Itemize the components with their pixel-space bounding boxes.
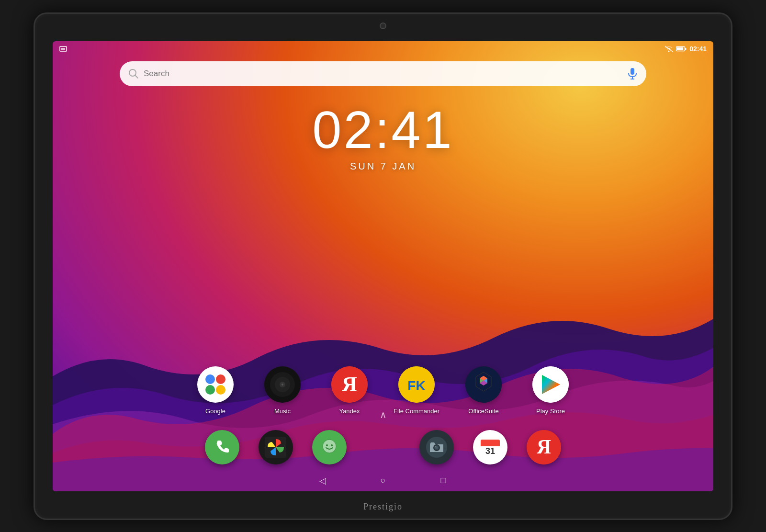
app-play-store[interactable]: Play Store — [529, 366, 572, 415]
svg-point-32 — [331, 444, 333, 446]
screenshot-icon — [59, 46, 67, 52]
app-file-commander[interactable]: FK File Commander — [395, 366, 438, 415]
svg-point-12 — [205, 374, 215, 384]
clock-date: SUN 7 JAN — [312, 161, 453, 172]
status-bar: 02:41 — [53, 41, 713, 57]
wifi-off-icon — [665, 45, 673, 52]
svg-point-14 — [205, 385, 215, 395]
clock-time: 02:41 — [312, 103, 453, 156]
app-officesuite[interactable]: OfficeSuite — [462, 366, 505, 415]
svg-rect-1 — [61, 48, 65, 50]
app-drawer-hint[interactable]: ∧ — [380, 409, 387, 420]
svg-point-15 — [216, 385, 225, 395]
svg-point-20 — [282, 384, 283, 385]
svg-line-8 — [135, 75, 138, 78]
battery-icon — [676, 46, 687, 52]
dock-calendar[interactable]: 31 — [473, 430, 507, 464]
officesuite-icon — [465, 366, 502, 403]
recent-button[interactable]: □ — [435, 474, 452, 487]
nav-bar: ◁ ○ □ — [314, 474, 452, 487]
brand-label: Prestigio — [363, 502, 403, 512]
app-grid: Google Music — [194, 366, 572, 415]
app-yandex[interactable]: Я Yandex — [328, 366, 371, 415]
app-music[interactable]: Music — [261, 366, 304, 415]
play-store-label: Play Store — [536, 407, 565, 415]
tablet-device: 02:41 02:41 SUN 7 JAN — [34, 12, 732, 520]
search-icon — [128, 68, 139, 79]
svg-point-37 — [435, 446, 436, 447]
dock-photos[interactable] — [259, 430, 293, 464]
svg-point-13 — [216, 374, 225, 384]
officesuite-label: OfficeSuite — [468, 407, 498, 415]
home-button[interactable]: ○ — [374, 474, 392, 487]
calendar-icon: 31 — [473, 430, 507, 464]
svg-text:FK: FK — [407, 378, 425, 393]
dock-phone[interactable] — [205, 430, 239, 464]
status-time: 02:41 — [689, 45, 707, 53]
yandex-browser-icon: Я — [527, 430, 561, 464]
yandex-icon: Я — [331, 366, 368, 403]
messenger-icon — [312, 430, 347, 464]
status-right: 02:41 — [665, 45, 707, 53]
search-input[interactable] — [144, 69, 622, 79]
search-bar[interactable] — [120, 61, 646, 86]
svg-point-31 — [326, 444, 328, 446]
photos-icon — [259, 430, 293, 464]
file-commander-icon: FK — [398, 366, 435, 403]
svg-text:31: 31 — [485, 446, 495, 456]
status-left — [59, 46, 67, 52]
svg-rect-6 — [677, 47, 683, 50]
music-label: Music — [274, 407, 291, 415]
mic-icon — [627, 67, 638, 80]
app-google[interactable]: Google — [194, 366, 237, 415]
dock-camera[interactable] — [419, 430, 454, 464]
svg-text:Я: Я — [342, 373, 357, 396]
svg-text:Я: Я — [537, 436, 551, 458]
phone-icon — [205, 430, 239, 464]
music-icon — [264, 366, 301, 403]
play-store-icon — [532, 366, 569, 403]
tablet-screen: 02:41 02:41 SUN 7 JAN — [53, 41, 713, 491]
dock-yandex-browser[interactable]: Я — [527, 430, 561, 464]
back-button[interactable]: ◁ — [314, 474, 331, 487]
dock-messenger[interactable] — [312, 430, 347, 464]
yandex-label: Yandex — [339, 407, 360, 415]
svg-rect-5 — [685, 48, 687, 50]
svg-rect-9 — [631, 68, 634, 75]
dock: 31 Я — [205, 430, 561, 464]
google-label: Google — [205, 407, 225, 415]
clock-widget: 02:41 SUN 7 JAN — [312, 103, 453, 172]
google-icon — [197, 366, 234, 403]
file-commander-label: File Commander — [394, 407, 439, 415]
camera-icon — [419, 430, 454, 464]
front-camera — [380, 23, 386, 29]
svg-point-3 — [668, 50, 670, 52]
